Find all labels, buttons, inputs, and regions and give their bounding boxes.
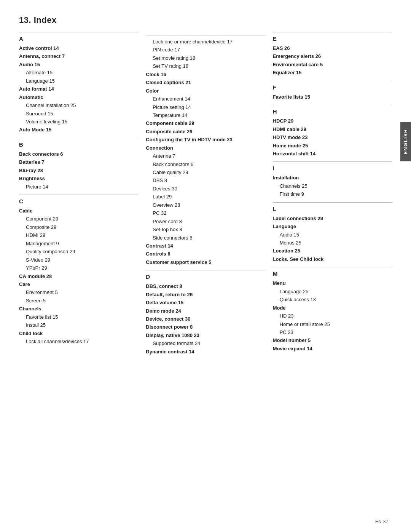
index-entry: Movie expand 14: [273, 345, 392, 353]
index-entry: Set movie rating 18: [146, 54, 265, 62]
index-entry: Cable: [19, 207, 138, 215]
index-entry: Active control 14: [19, 44, 138, 52]
index-entry: Automatic: [19, 93, 138, 101]
index-entry: CA module 28: [19, 272, 138, 280]
index-columns: AActive control 14Antenna, connect 7Audi…: [19, 32, 392, 359]
index-entry: Care: [19, 280, 138, 288]
index-entry: PIN code 17: [146, 46, 265, 54]
index-entry: Blu-ray 28: [19, 166, 138, 174]
index-entry: Clock 16: [146, 70, 265, 78]
section-2-4: LLabel connections 29LanguageAudio 15Men…: [273, 202, 392, 264]
index-entry: PC 32: [146, 209, 265, 217]
index-entry: Demo mode 24: [146, 307, 265, 315]
index-entry: Menu: [273, 279, 392, 287]
index-entry: Quick access 13: [273, 296, 392, 304]
index-entry: Batteries 7: [19, 158, 138, 166]
index-entry: Cable quality 29: [146, 168, 265, 176]
index-entry: Customer support service 5: [146, 258, 265, 266]
index-entry: Antenna, connect 7: [19, 52, 138, 60]
section-header-H: H: [273, 105, 392, 115]
index-entry: Back connectors 6: [19, 150, 138, 158]
index-entry: First time 9: [273, 190, 392, 198]
column-1: Lock one or more channel/device 17PIN co…: [146, 32, 272, 359]
index-entry: Connection: [146, 144, 265, 152]
section-header-L: L: [273, 202, 392, 212]
index-entry: Temperature 14: [146, 111, 265, 119]
index-entry: Environmental care 5: [273, 61, 392, 69]
index-entry: Audio 15: [273, 231, 392, 239]
index-entry: Contrast 14: [146, 242, 265, 250]
index-entry: Home mode 25: [273, 142, 392, 150]
index-entry: Composite 29: [19, 223, 138, 231]
index-entry: YPbPr 29: [19, 264, 138, 272]
index-entry: Favorite list 15: [19, 313, 138, 321]
index-entry: Language 15: [19, 77, 138, 85]
index-entry: Enhancement 14: [146, 95, 265, 103]
index-entry: Horizontal shift 14: [273, 150, 392, 158]
section-header-D: D: [146, 270, 265, 280]
section-header-F: F: [273, 81, 392, 91]
index-entry: Install 25: [19, 321, 138, 329]
index-entry: Default, return to 26: [146, 291, 265, 299]
index-entry: Equalizer 15: [273, 69, 392, 77]
index-entry: Auto format 14: [19, 85, 138, 93]
index-entry: Side connectors 6: [146, 234, 265, 242]
column-2: EEAS 26Emergency alerts 26Environmental …: [273, 32, 392, 359]
section-0-2: CCableComponent 29Composite 29HDMI 29Man…: [19, 195, 138, 345]
section-1-0: Lock one or more channel/device 17PIN co…: [146, 35, 265, 266]
index-entry: Brightness: [19, 174, 138, 182]
index-entry: Device, connect 30: [146, 315, 265, 323]
index-entry: Picture setting 14: [146, 103, 265, 111]
index-entry: Composite cable 29: [146, 128, 265, 136]
index-entry: Home or retail store 25: [273, 320, 392, 328]
section-header-B: B: [19, 138, 138, 148]
index-entry: Channel installation 25: [19, 101, 138, 109]
index-entry: DBS 8: [146, 176, 265, 184]
index-entry: Channels 25: [273, 182, 392, 190]
section-header-E: E: [273, 32, 392, 42]
index-entry: Emergency alerts 26: [273, 52, 392, 60]
index-entry: Management 9: [19, 240, 138, 248]
section-header-M: M: [273, 267, 392, 277]
index-entry: Delta volume 15: [146, 299, 265, 307]
index-entry: Component 29: [19, 215, 138, 223]
index-entry: Closed captions 21: [146, 78, 265, 86]
index-entry: Set TV rating 18: [146, 62, 265, 70]
index-entry: Configuring the TV in HDTV mode 23: [146, 136, 265, 144]
index-entry: HDTV mode 23: [273, 133, 392, 141]
section-2-5: MMenuLanguage 25Quick access 13ModeHD 23…: [273, 267, 392, 353]
index-entry: Location 25: [273, 247, 392, 255]
section-1-1: DDBS, connect 8Default, return to 26Delt…: [146, 270, 265, 356]
page-title: 13. Index: [19, 15, 392, 25]
index-entry: Audio 15: [19, 61, 138, 69]
index-entry: Language: [273, 222, 392, 230]
index-entry: Auto Mode 15: [19, 126, 138, 134]
index-entry: Display, native 1080 23: [146, 331, 265, 339]
index-entry: Alternate 15: [19, 69, 138, 77]
section-2-3: IInstallationChannels 25First time 9: [273, 161, 392, 198]
index-entry: Component cable 29: [146, 119, 265, 127]
section-header-A: A: [19, 32, 138, 42]
index-entry: Set-top box 8: [146, 225, 265, 233]
index-entry: Antenna 7: [146, 152, 265, 160]
section-0-1: BBack connectors 6Batteries 7Blu-ray 28B…: [19, 138, 138, 191]
index-entry: Overview 28: [146, 201, 265, 209]
index-entry: Lock one or more channel/device 17: [146, 38, 265, 46]
index-entry: Color: [146, 87, 265, 95]
page: 13. Index AActive control 14Antenna, con…: [0, 0, 411, 532]
index-entry: Favorite lists 15: [273, 93, 392, 101]
section-0-0: AActive control 14Antenna, connect 7Audi…: [19, 32, 138, 134]
index-entry: Locks. See Child lock: [273, 255, 392, 263]
index-entry: Language 25: [273, 288, 392, 296]
index-entry: Installation: [273, 174, 392, 182]
index-entry: Child lock: [19, 329, 138, 337]
index-entry: Disconnect power 8: [146, 323, 265, 331]
index-entry: Devices 30: [146, 185, 265, 193]
index-entry: Label connections 29: [273, 214, 392, 222]
section-2-0: EEAS 26Emergency alerts 26Environmental …: [273, 32, 392, 77]
index-entry: Channels: [19, 305, 138, 313]
index-entry: Supported formats 24: [146, 339, 265, 347]
index-entry: Controls 6: [146, 250, 265, 258]
index-entry: Label 29: [146, 193, 265, 201]
index-entry: PC 23: [273, 328, 392, 336]
